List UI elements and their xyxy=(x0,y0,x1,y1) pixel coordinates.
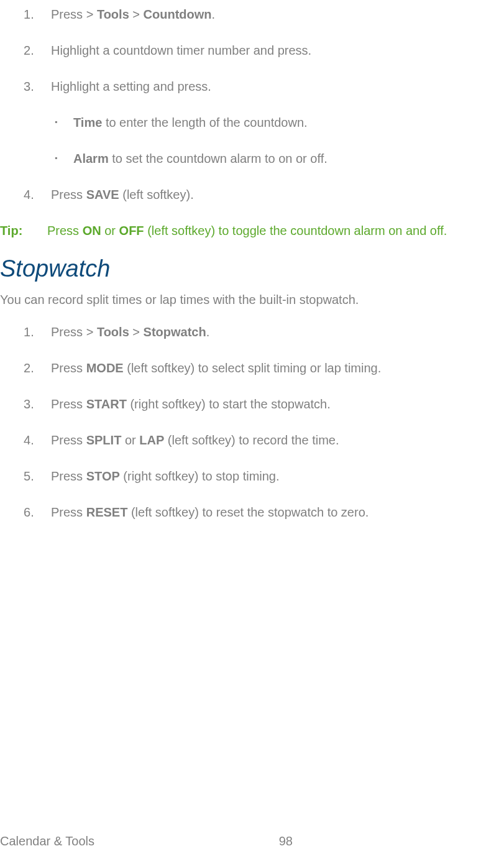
bold-text: Countdown xyxy=(144,7,212,21)
stopwatch-heading: Stopwatch xyxy=(0,251,504,287)
stopwatch-intro: You can record split times or lap times … xyxy=(0,290,504,309)
text: Press xyxy=(51,361,86,375)
text: . xyxy=(212,7,216,21)
settings-bullets: Time to enter the length of the countdow… xyxy=(51,113,504,168)
text: Press xyxy=(47,224,83,237)
document-content: Press > Tools > Countdown. Highlight a c… xyxy=(0,0,504,522)
bold-text: Tools xyxy=(97,325,129,339)
text: Press > xyxy=(51,7,97,21)
step-4: Press SPLIT or LAP (left softkey) to rec… xyxy=(0,431,504,449)
text: Press xyxy=(51,505,86,519)
text: (left softkey) to select split timing or… xyxy=(124,361,382,375)
bold-text: Stopwatch xyxy=(144,325,206,339)
bold-text: ON xyxy=(83,224,101,237)
text: (right softkey) to stop timing. xyxy=(120,469,280,483)
text: Press > xyxy=(51,325,97,339)
bold-text: MODE xyxy=(86,361,124,375)
bold-text: RESET xyxy=(86,505,128,519)
text: (left softkey) to toggle the countdown a… xyxy=(144,224,447,237)
step-2: Highlight a countdown timer number and p… xyxy=(0,41,504,60)
text: Press xyxy=(51,469,86,483)
countdown-steps-list: Press > Tools > Countdown. Highlight a c… xyxy=(0,5,504,204)
footer-page-number: 98 xyxy=(279,832,504,850)
step-5: Press STOP (right softkey) to stop timin… xyxy=(0,467,504,485)
tip-note: Tip:Press ON or OFF (left softkey) to to… xyxy=(0,221,504,240)
step-2: Press MODE (left softkey) to select spli… xyxy=(0,359,504,377)
text: > xyxy=(129,325,144,339)
tip-text: Press ON or OFF (left softkey) to toggle… xyxy=(47,224,447,237)
text: Press xyxy=(51,397,86,411)
text: Highlight a setting and press. xyxy=(51,80,211,93)
text: or xyxy=(101,224,119,237)
text: Highlight a countdown timer number and p… xyxy=(51,44,311,57)
bold-text: Time xyxy=(73,116,102,129)
page-footer: Calendar & Tools 98 xyxy=(0,832,504,850)
stopwatch-steps-list: Press > Tools > Stopwatch. Press MODE (l… xyxy=(0,323,504,522)
text: to set the countdown alarm to on or off. xyxy=(109,152,328,165)
bold-text: Tools xyxy=(97,7,129,21)
text: (left softkey) to record the time. xyxy=(164,433,339,447)
text: (left softkey). xyxy=(119,188,194,201)
tip-label: Tip: xyxy=(0,221,47,240)
footer-section-title: Calendar & Tools xyxy=(0,832,94,850)
step-4: Press SAVE (left softkey). xyxy=(0,185,504,204)
bold-text: Alarm xyxy=(73,152,109,165)
step-3: Highlight a setting and press. Time to e… xyxy=(0,77,504,168)
step-6: Press RESET (left softkey) to reset the … xyxy=(0,503,504,522)
bold-text: START xyxy=(86,397,127,411)
bold-text: OFF xyxy=(119,224,144,237)
bold-text: SPLIT xyxy=(86,433,122,447)
bullet-alarm: Alarm to set the countdown alarm to on o… xyxy=(51,149,504,168)
step-1: Press > Tools > Stopwatch. xyxy=(0,323,504,341)
step-3: Press START (right softkey) to start the… xyxy=(0,395,504,413)
bold-text: SAVE xyxy=(86,188,119,201)
step-1: Press > Tools > Countdown. xyxy=(0,5,504,24)
text: (right softkey) to start the stopwatch. xyxy=(127,397,331,411)
bold-text: LAP xyxy=(139,433,164,447)
text: > xyxy=(129,7,144,21)
text: or xyxy=(121,433,139,447)
text: Press xyxy=(51,433,86,447)
text: (left softkey) to reset the stopwatch to… xyxy=(127,505,369,519)
text: . xyxy=(206,325,210,339)
text: to enter the length of the countdown. xyxy=(102,116,307,129)
bold-text: STOP xyxy=(86,469,120,483)
bullet-time: Time to enter the length of the countdow… xyxy=(51,113,504,132)
text: Press xyxy=(51,188,86,201)
